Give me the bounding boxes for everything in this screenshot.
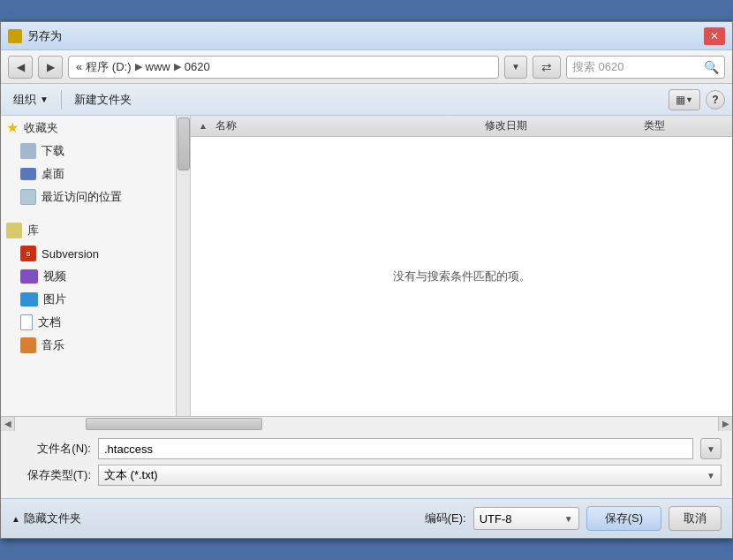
title-bar-left: 另存为 (8, 28, 62, 44)
hide-folder-button[interactable]: ▲ 隐藏文件夹 (11, 511, 81, 526)
view-icon: ▦ (676, 94, 685, 106)
sidebar-item-document[interactable]: 文档 (1, 311, 176, 334)
sidebar-subversion-label: Subversion (42, 247, 99, 261)
organize-button[interactable]: 组织 ▼ (8, 89, 54, 110)
image-icon (20, 292, 38, 306)
breadcrumb-dropdown[interactable]: ▼ (504, 56, 527, 79)
file-list-body: 没有与搜索条件匹配的项。 (191, 137, 732, 416)
encoding-select[interactable]: UTF-8 ▼ (473, 507, 579, 530)
filetype-dropdown-arrow: ▼ (707, 471, 715, 481)
library-icon (6, 223, 22, 238)
sidebar-document-label: 文档 (38, 314, 61, 330)
main-content: ★ 收藏夹 下载 桌面 最近访问的位置 (1, 116, 732, 416)
video-icon (20, 269, 38, 284)
view-button[interactable]: ▦ ▼ (669, 89, 700, 110)
path-arrow2: ▶ (174, 61, 181, 72)
file-list-header[interactable]: ▲ 名称 修改日期 类型 (191, 116, 732, 137)
star-icon: ★ (6, 119, 19, 136)
sidebar-desktop-label: 桌面 (42, 166, 64, 182)
search-placeholder: 搜索 0620 (572, 59, 700, 75)
view-arrow: ▼ (685, 95, 693, 104)
save-button[interactable]: 保存(S) (586, 506, 661, 531)
sidebar-item-video[interactable]: 视频 (1, 265, 176, 288)
sidebar-library-header[interactable]: 库 (1, 219, 176, 242)
sidebar-item-music[interactable]: 音乐 (1, 334, 176, 357)
organize-label: 组织 (13, 92, 36, 108)
sidebar-music-label: 音乐 (42, 337, 64, 353)
filetype-select[interactable]: 文本 (*.txt) ▼ (98, 465, 722, 486)
sidebar: ★ 收藏夹 下载 桌面 最近访问的位置 (1, 116, 191, 416)
filename-dropdown-arrow[interactable]: ▼ (700, 438, 722, 459)
bottom-form: 文件名(N): ▼ 保存类型(T): 文本 (*.txt) ▼ (1, 430, 732, 498)
hscroll-track[interactable] (15, 417, 718, 431)
window-title: 另存为 (27, 28, 62, 44)
filetype-row: 保存类型(T): 文本 (*.txt) ▼ (11, 465, 722, 486)
sidebar-scroll-thumb[interactable] (178, 117, 190, 170)
toolbar: 组织 ▼ 新建文件夹 ▦ ▼ ? (1, 84, 732, 116)
empty-message: 没有与搜索条件匹配的项。 (393, 269, 531, 284)
col-date-header: 修改日期 (481, 118, 640, 133)
breadcrumb[interactable]: « 程序 (D:) ▶ www ▶ 0620 (68, 56, 499, 79)
window-icon (8, 29, 22, 43)
sidebar-item-desktop[interactable]: 桌面 (1, 163, 176, 185)
filename-label: 文件名(N): (11, 441, 91, 457)
filename-input[interactable] (98, 438, 693, 459)
sidebar-item-download[interactable]: 下载 (1, 140, 176, 163)
sidebar-download-label: 下载 (42, 143, 64, 159)
toolbar-right: ▦ ▼ ? (669, 89, 725, 110)
hscroll-thumb[interactable] (86, 418, 262, 430)
sidebar-scrollbar[interactable] (176, 116, 190, 416)
filetype-label: 保存类型(T): (11, 467, 91, 483)
music-icon (20, 337, 36, 353)
col-type-header: 类型 (640, 118, 729, 133)
organize-arrow: ▼ (40, 95, 49, 104)
bottom-bar: ▲ 隐藏文件夹 编码(E): UTF-8 ▼ 保存(S) 取消 (1, 498, 732, 538)
recent-icon (20, 189, 36, 205)
col-name-header: 名称 (212, 118, 481, 133)
sidebar-video-label: 视频 (43, 269, 66, 284)
desktop-icon (20, 168, 36, 180)
hscroll-left-button[interactable]: ◀ (1, 417, 15, 431)
path-folder: 0620 (185, 60, 210, 73)
refresh-button[interactable]: ⇄ (533, 56, 561, 79)
sidebar-favorites-header[interactable]: ★ 收藏夹 (1, 116, 176, 140)
nav-bar: ◀ ▶ « 程序 (D:) ▶ www ▶ 0620 ▼ ⇄ 搜索 0620 🔍 (1, 50, 732, 84)
sort-arrow: ▲ (194, 121, 212, 131)
back-button[interactable]: ◀ (8, 56, 33, 79)
encoding-dropdown-arrow: ▼ (564, 514, 573, 524)
title-bar: 另存为 ✕ (1, 22, 732, 50)
forward-button[interactable]: ▶ (38, 56, 63, 79)
sidebar-image-label: 图片 (43, 291, 66, 307)
sidebar-item-subversion[interactable]: S Subversion (1, 242, 176, 265)
sidebar-recent-label: 最近访问的位置 (42, 189, 122, 205)
subversion-icon: S (20, 246, 36, 261)
filename-row: 文件名(N): ▼ (11, 438, 722, 459)
cancel-button[interactable]: 取消 (669, 506, 722, 531)
horizontal-scrollbar[interactable]: ◀ ▶ (1, 416, 732, 430)
path-www: www (146, 60, 170, 73)
new-folder-button[interactable]: 新建文件夹 (69, 89, 137, 110)
sidebar-item-recent[interactable]: 最近访问的位置 (1, 185, 176, 208)
hide-folder-arrow: ▲ (11, 514, 20, 524)
sidebar-item-image[interactable]: 图片 (1, 288, 176, 311)
filetype-value: 文本 (*.txt) (104, 467, 158, 483)
search-icon: 🔍 (704, 60, 719, 74)
toolbar-separator (61, 90, 62, 110)
library-label: 库 (27, 223, 39, 238)
download-icon (20, 143, 36, 159)
document-icon (20, 314, 33, 330)
hscroll-right-button[interactable]: ▶ (718, 417, 732, 431)
path-prefix: « (76, 60, 82, 73)
file-list: ▲ 名称 修改日期 类型 没有与搜索条件匹配的项。 (191, 116, 732, 416)
favorites-label: 收藏夹 (24, 120, 58, 136)
path-arrow1: ▶ (135, 61, 142, 72)
help-button[interactable]: ? (706, 90, 725, 110)
new-folder-label: 新建文件夹 (74, 92, 132, 108)
encoding-value: UTF-8 (480, 512, 512, 526)
hide-folder-label: 隐藏文件夹 (24, 511, 81, 526)
path-drive: 程序 (D:) (86, 59, 131, 75)
close-button[interactable]: ✕ (704, 27, 725, 45)
encoding-label: 编码(E): (425, 511, 466, 526)
search-bar[interactable]: 搜索 0620 🔍 (566, 56, 725, 79)
